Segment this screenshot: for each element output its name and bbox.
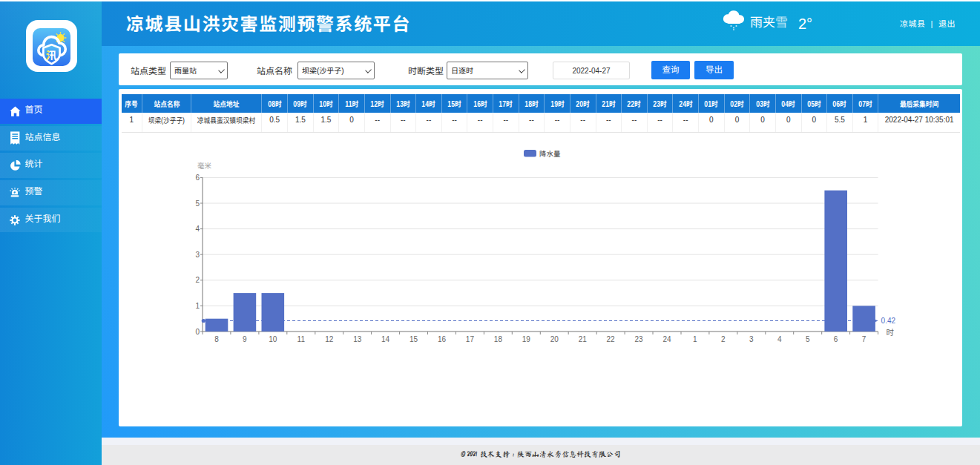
svg-text:6: 6: [195, 174, 200, 182]
svg-text:时: 时: [887, 328, 895, 337]
svg-text:20: 20: [550, 335, 559, 343]
svg-text:13: 13: [353, 335, 362, 343]
svg-text:1: 1: [195, 302, 200, 310]
svg-text:23: 23: [635, 335, 644, 343]
svg-text:21: 21: [579, 335, 588, 343]
svg-text:降水量: 降水量: [539, 150, 561, 158]
svg-text:11: 11: [297, 335, 306, 343]
svg-text:24: 24: [662, 335, 671, 343]
svg-text:8: 8: [214, 335, 219, 343]
svg-text:0: 0: [195, 328, 200, 336]
svg-text:15: 15: [410, 335, 418, 343]
svg-text:5: 5: [195, 199, 200, 208]
svg-text:19: 19: [522, 335, 531, 343]
svg-text:2: 2: [195, 276, 200, 284]
svg-text:6: 6: [834, 335, 838, 343]
svg-text:9: 9: [243, 335, 247, 343]
svg-text:17: 17: [466, 335, 475, 343]
svg-text:12: 12: [325, 335, 334, 343]
svg-text:毫米: 毫米: [197, 162, 212, 170]
svg-text:2: 2: [721, 335, 726, 343]
svg-text:10: 10: [269, 335, 277, 343]
svg-text:14: 14: [381, 335, 390, 343]
svg-text:18: 18: [494, 335, 503, 343]
svg-text:4: 4: [777, 335, 782, 343]
svg-text:0.42: 0.42: [881, 317, 896, 325]
svg-text:1: 1: [693, 335, 697, 343]
svg-text:7: 7: [862, 335, 866, 343]
svg-text:3: 3: [749, 335, 754, 343]
svg-text:4: 4: [195, 225, 200, 233]
svg-text:22: 22: [607, 335, 616, 343]
svg-text:5: 5: [806, 335, 810, 343]
svg-text:16: 16: [438, 335, 447, 343]
svg-text:3: 3: [195, 251, 200, 259]
